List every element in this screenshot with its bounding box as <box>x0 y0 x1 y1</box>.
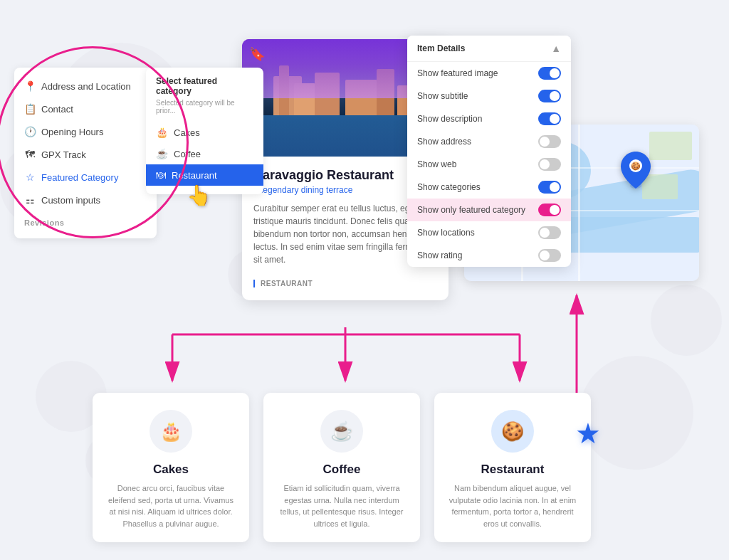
bottom-card-cakes: 🎂 Cakes Donec arcu orci, faucibus vitae … <box>93 393 249 542</box>
address-icon: 📍 <box>24 80 36 92</box>
sidebar-item-custom-inputs[interactable]: ⚏ Custom inputs <box>14 189 157 211</box>
item-details-row-featured-only: Show only featured category <box>407 199 571 221</box>
sidebar-item-contact[interactable]: 📋 Contact <box>14 97 157 120</box>
category-item-cakes[interactable]: 🎂 Cakes <box>146 122 263 143</box>
description-toggle[interactable] <box>538 112 561 125</box>
categories-toggle[interactable] <box>538 181 561 194</box>
sidebar-label-gpx-track: GPX Track <box>41 149 86 160</box>
bottom-card-coffee: ☕ Coffee Etiam id sollicitudin quam, viv… <box>263 393 420 542</box>
coffee-cat-label: Coffee <box>174 149 201 159</box>
cakes-card-description: Donec arcu orci, faucibus vitae eleifend… <box>105 482 236 529</box>
item-details-panel: Item Details ▲ Show featured image Show … <box>407 36 571 267</box>
item-details-row-categories: Show categories <box>407 176 571 199</box>
sidebar-section-revisions: Revisions <box>14 214 157 231</box>
cursor-hand: 👆 <box>187 184 211 207</box>
coffee-card-title: Coffee <box>276 463 407 477</box>
category-panel: Select featured category Selected catego… <box>146 68 263 194</box>
sidebar-label-opening-hours: Opening Hours <box>41 127 103 137</box>
item-details-title: Item Details <box>417 43 465 53</box>
restaurant-icon-circle: 🍪 <box>491 410 534 453</box>
blue-star: ★ <box>575 417 601 450</box>
item-details-row-rating: Show rating <box>407 244 571 267</box>
gpx-icon: 🗺 <box>24 149 36 160</box>
restaurant-card-tag: RESTAURANT <box>253 280 313 287</box>
bottom-card-restaurant: 🍪 Restaurant Nam bibendum aliquet augue,… <box>434 393 591 542</box>
category-item-coffee[interactable]: ☕ Coffee <box>146 143 263 164</box>
cakes-icon-circle: 🎂 <box>150 410 192 453</box>
coffee-icon: ☕ <box>330 421 353 443</box>
sidebar-label-custom-inputs: Custom inputs <box>41 195 100 206</box>
sidebar-label-contact: Contact <box>41 104 73 115</box>
coffee-card-description: Etiam id sollicitudin quam, viverra eges… <box>276 482 407 529</box>
locations-toggle[interactable] <box>538 226 561 239</box>
sidebar-label-featured-category: Featured Category <box>41 172 118 183</box>
item-details-row-featured-image: Show featured image <box>407 62 571 85</box>
restaurant-bottom-icon: 🍪 <box>501 421 524 443</box>
map-road-v2 <box>578 125 580 281</box>
bg-blob-5 <box>579 356 693 470</box>
sidebar-item-opening-hours[interactable]: 🕐 Opening Hours <box>14 120 157 143</box>
cakes-card-title: Cakes <box>105 463 236 477</box>
item-details-row-description: Show description <box>407 107 571 130</box>
revisions-label: Revisions <box>24 218 64 227</box>
subtitle-toggle[interactable] <box>538 90 561 102</box>
contact-icon: 📋 <box>24 103 36 115</box>
item-details-row-address: Show address <box>407 130 571 153</box>
sidebar-label-address: Address and Location <box>41 81 131 92</box>
address-toggle[interactable] <box>538 135 561 148</box>
restaurant-bottom-card-description: Nam bibendum aliquet augue, vel vulputat… <box>447 482 578 529</box>
bottom-cards-container: 🎂 Cakes Donec arcu orci, faucibus vitae … <box>93 393 591 542</box>
grid-icon: ⚏ <box>24 194 36 206</box>
rating-toggle[interactable] <box>538 249 561 262</box>
web-toggle[interactable] <box>538 158 561 171</box>
cakes-icon: 🎂 <box>159 421 182 443</box>
sidebar-item-gpx-track[interactable]: 🗺 GPX Track <box>14 143 157 166</box>
cakes-cat-label: Cakes <box>174 127 200 138</box>
featured-only-label: Show only featured category <box>417 205 525 215</box>
clock-icon: 🕐 <box>24 126 36 137</box>
restaurant-tag-text: RESTAURANT <box>261 280 313 287</box>
web-label: Show web <box>417 159 456 169</box>
chevron-up-icon[interactable]: ▲ <box>551 43 561 54</box>
rating-label: Show rating <box>417 250 462 260</box>
star-icon: ☆ <box>24 171 36 183</box>
item-details-row-locations: Show locations <box>407 221 571 244</box>
bg-blob-6 <box>651 285 722 356</box>
category-panel-title: Select featured category <box>146 76 263 99</box>
featured-image-label: Show featured image <box>417 68 498 78</box>
category-item-restaurant[interactable]: 🍽 Restaurant <box>146 164 263 186</box>
map-block-1 <box>649 132 692 160</box>
svg-text:🍪: 🍪 <box>631 161 641 171</box>
locations-label: Show locations <box>417 228 475 238</box>
item-details-row-web: Show web <box>407 153 571 176</box>
address-label: Show address <box>417 137 471 147</box>
categories-label: Show categories <box>417 182 481 192</box>
map-location-pin: 🍪 <box>621 152 651 195</box>
item-details-row-subtitle: Show subtitle <box>407 85 571 107</box>
sidebar-item-featured-category[interactable]: ☆ Featured Category <box>14 166 157 189</box>
main-container: 📍 Address and Location 📋 Contact 🕐 Openi… <box>0 0 729 560</box>
featured-image-toggle[interactable] <box>538 67 561 80</box>
coffee-cat-icon: ☕ <box>156 148 168 159</box>
bookmark-icon: 🔖 <box>249 46 265 62</box>
subtitle-label: Show subtitle <box>417 91 468 101</box>
sidebar-item-address[interactable]: 📍 Address and Location <box>14 75 157 97</box>
sidebar-panel: 📍 Address and Location 📋 Contact 🕐 Openi… <box>14 68 157 238</box>
item-details-header: Item Details ▲ <box>407 36 571 62</box>
coffee-icon-circle: ☕ <box>320 410 363 453</box>
cakes-cat-icon: 🎂 <box>156 127 168 138</box>
restaurant-cat-label: Restaurant <box>172 170 217 181</box>
featured-only-toggle[interactable] <box>538 204 561 216</box>
restaurant-cat-icon: 🍽 <box>156 169 166 181</box>
description-label: Show description <box>417 114 482 124</box>
restaurant-bottom-card-title: Restaurant <box>447 463 578 477</box>
category-panel-subtitle: Selected category will be prior... <box>146 99 263 122</box>
